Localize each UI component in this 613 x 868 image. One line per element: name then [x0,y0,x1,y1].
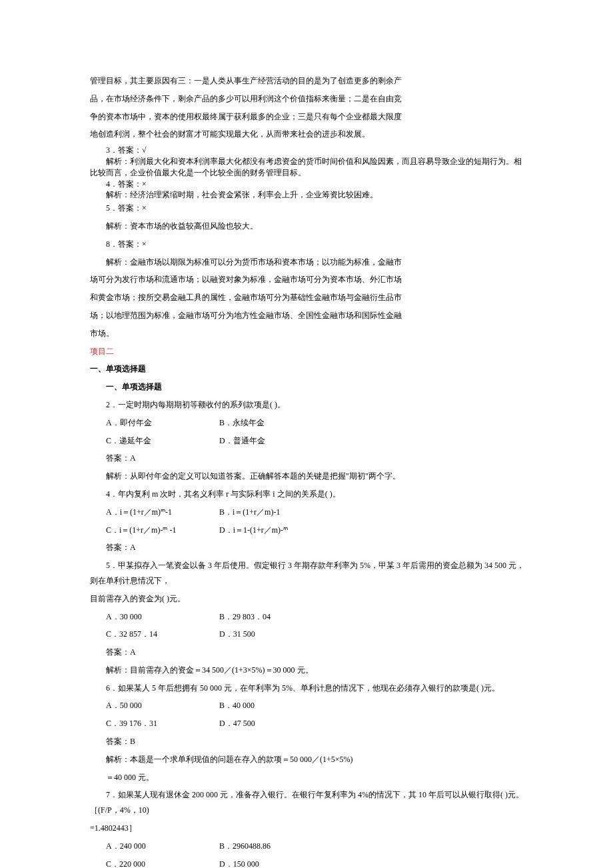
answer-8-explain-5: 市场。 [90,326,526,341]
answer-5-label: 5．答案：× [90,201,526,216]
q4-answer: 答案：A [90,540,526,555]
q5-answer: 答案：A [90,645,526,660]
q2-option-d: D．普通年金 [203,433,265,449]
q7-option-d: D．150 000 [203,857,259,868]
document-page: 管理目标，其主要原因有三：一是人类从事生产经营活动的目的是为了创造更多的剩余产 … [0,0,613,868]
q4-stem: 4．年内复利 m 次时，其名义利率 r 与实际利率 i 之间的关系是( )。 [90,487,526,502]
q5-options-row1: A．30 000 B．29 803．04 [90,609,526,625]
answer-8-explain-4: 场；以地理范围为标准，金融市场可分为地方性金融市场、全国性金融市场和国际性金融 [90,308,526,323]
q5-stem-1: 5．甲某拟存入一笔资金以备 3 年后使用。假定银行 3 年期存款年利率为 5%，… [90,558,526,589]
q5-option-c: C．32 857．14 [90,627,203,642]
q6-explain-1: 解析：本题是一个求单利现值的问题在存入的款项＝50 000／(1+5×5%) [90,752,526,767]
q5-stem-2: 目前需存入的资金为( )元。 [90,591,526,607]
q7-option-a: A．240 000 [90,839,203,854]
answer-4-label: 4．答案：× [90,179,526,190]
q4-options-row1: A．i＝(1+r／m)ᵐ-1 B．i＝(1+r／m)-1 [90,505,526,520]
q6-stem: 6．如果某人 5 年后想拥有 50 000 元，在年利率为 5%、单利计息的情况… [90,681,526,696]
q6-answer: 答案：B [90,734,526,749]
q4-option-a: A．i＝(1+r／m)ᵐ-1 [90,505,203,520]
section-1-heading-repeat: 一、单项选择题 [90,379,526,395]
q5-explain: 解析：目前需存入的资金＝34 500／(1+3×5%)＝30 000 元。 [90,663,526,678]
answer-3-explain: 解析：利润最大化和资本利润率最大化都没有考虑资金的货币时间价值和风险因素，而且容… [90,156,526,179]
intro-line-2: 品，在市场经济条件下，剩余产品的多少可以用利润这个价值指标来衡量；二是在自由竞 [90,91,526,107]
q2-option-b: B．永续年金 [203,415,265,431]
q5-options-row2: C．32 857．14 D．31 500 [90,627,526,642]
q6-option-d: D．47 500 [203,716,255,731]
q2-stem: 2．一定时期内每期期初等额收付的系列款项是( )。 [90,397,526,413]
q2-options-row2: C．递延年金 D．普通年金 [90,433,526,449]
answer-8-label: 8．答案：× [90,237,526,252]
q6-explain-2: ＝40 000 元。 [90,770,526,785]
q5-option-b: B．29 803．04 [203,609,271,625]
answer-3-label: 3．答案：√ [90,145,526,156]
q6-option-c: C．39 176．31 [90,716,203,731]
q7-options-row2: C．220 000 D．150 000 [90,857,526,868]
q2-option-a: A．即付年金 [90,415,203,431]
q6-option-b: B．40 000 [203,698,255,713]
q6-options-row1: A．50 000 B．40 000 [90,698,526,713]
q4-option-d: D．i＝1-(1+r／m)-ᵐ [203,523,288,538]
answer-8-explain-1: 解析：金融市场以期限为标准可以分为货币市场和资本市场；以功能为标准，金融市 [90,255,526,270]
q7-stem-1: 7．如果某人现有退休金 200 000 元，准备存入银行。在银行年复利率为 4%… [90,787,526,818]
q5-option-d: D．31 500 [203,627,255,642]
q2-options-row1: A．即付年金 B．永续年金 [90,415,526,431]
intro-line-3: 争的资本市场中，资本的使用权最终属于获利最多的企业；三是只有每个企业都最大限度 [90,109,526,125]
q4-option-b: B．i＝(1+r／m)-1 [203,505,280,520]
q2-option-c: C．递延年金 [90,433,203,449]
q4-options-row2: C．i＝(1+r／m)-ᵐ -1 D．i＝1-(1+r／m)-ᵐ [90,523,526,538]
q6-option-a: A．50 000 [90,698,203,713]
q2-answer: 答案：A [90,451,526,466]
q7-option-b: B．2960488.86 [203,839,271,854]
answer-4-explain: 解析：经济治理紧缩时期，社会资金紧张，利率会上升，企业筹资比较困难。 [90,189,526,201]
answer-8-explain-3: 和黄金市场；按所交易金融工具的属性，金融市场可分为基础性金融市场与金融衍生品市 [90,290,526,305]
q7-options-row1: A．240 000 B．2960488.86 [90,839,526,854]
intro-line-4: 地创造利润，整个社会的财富才可能实现最大化，从而带来社会的进步和发展。 [90,127,526,142]
q7-stem-2: =1.4802443］ [90,821,526,836]
project-2-heading: 项目二 [90,344,526,359]
intro-line-1: 管理目标，其主要原因有三：一是人类从事生产经营活动的目的是为了创造更多的剩余产 [90,73,526,89]
section-1-heading: 一、单项选择题 [90,361,526,377]
q2-explain: 解析：从即付年金的定义可以知道答案。正确解答本题的关键是把握"期初"两个字。 [90,469,526,484]
q7-option-c: C．220 000 [90,857,203,868]
q5-option-a: A．30 000 [90,609,203,625]
answer-8-explain-2: 场可分为发行市场和流通市场；以融资对象为标准，金融市场可分为资本市场、外汇市场 [90,272,526,287]
answer-5-explain: 解析：资本市场的收益较高但风险也较大。 [90,219,526,234]
q6-options-row2: C．39 176．31 D．47 500 [90,716,526,731]
q4-option-c: C．i＝(1+r／m)-ᵐ -1 [90,523,203,538]
